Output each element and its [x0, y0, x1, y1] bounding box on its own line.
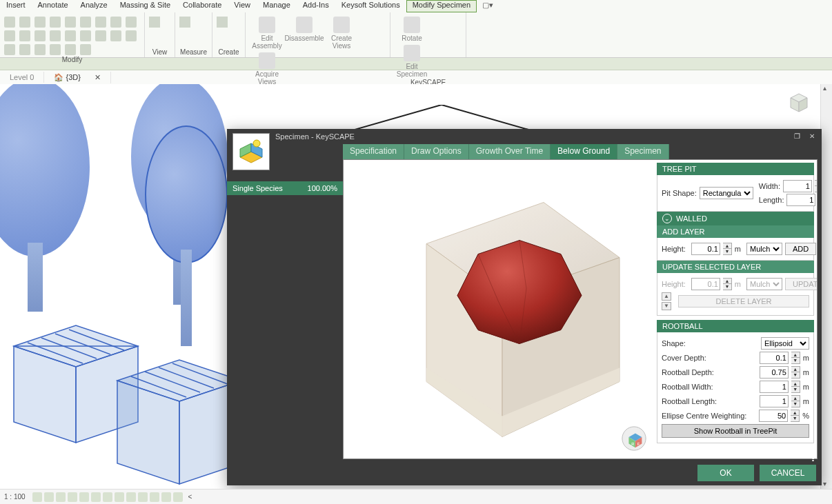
ribbon-create-views[interactable]: CreateViews [324, 17, 359, 50]
menu-annotate[interactable]: Annotate [32, 0, 75, 12]
addlayer-material-select[interactable]: Mulch [746, 243, 782, 255]
ribbon-tool-icon[interactable] [80, 30, 91, 41]
window-close-icon[interactable]: ✕ [806, 132, 818, 141]
close-icon[interactable]: ✕ [95, 73, 101, 81]
ribbon-tool-icon[interactable] [95, 30, 106, 41]
rb-depth-input[interactable] [760, 366, 789, 379]
ribbon-tool-icon[interactable] [65, 17, 76, 28]
walled-section[interactable]: ⌄ WALLED [657, 212, 814, 225]
rb-length-input[interactable] [760, 395, 789, 407]
ribbon-tool-icon[interactable] [50, 17, 61, 28]
cancel-button[interactable]: CANCEL [760, 465, 816, 481]
ok-button[interactable]: OK [697, 465, 754, 481]
updlayer-height-input[interactable] [691, 278, 720, 290]
dlg-tab-specimen[interactable]: Specimen [617, 144, 668, 159]
doctab-level0[interactable]: Level 0 [0, 72, 44, 83]
ribbon-group-measure: Measure [179, 48, 208, 57]
menu-insert[interactable]: Insert [0, 0, 32, 12]
viewcube-icon[interactable] [784, 88, 811, 116]
rb-cover-spin[interactable]: ▲▼ [791, 352, 800, 364]
dialog-titlebar[interactable]: Specimen - KeySCAPE ❐ ✕ [227, 129, 822, 144]
ribbon-tool-icon[interactable] [19, 30, 30, 41]
ribbon-tool-icon[interactable] [4, 17, 15, 28]
rb-length-spin[interactable]: ▲▼ [791, 395, 800, 407]
species-bar[interactable]: Single Species 100.00% [227, 181, 343, 195]
pit-length-input[interactable] [786, 194, 815, 206]
dialog-tabs: SpecificationDraw OptionsGrowth Over Tim… [343, 144, 669, 159]
rb-weight-input[interactable] [759, 410, 788, 422]
menu-view[interactable]: View [228, 0, 257, 12]
help-icon[interactable]: ? [810, 452, 816, 463]
updlayer-height-spin[interactable]: ▲▼ [723, 278, 732, 290]
ribbon-edit-specimen[interactable]: EditSpecimen [395, 45, 429, 78]
menu-modify-specimen[interactable]: Modify Specimen [406, 0, 477, 12]
updlayer-material-select[interactable]: Mulch [746, 278, 782, 290]
rootball-preview[interactable]: R F [344, 160, 654, 458]
ribbon-tool-icon[interactable] [110, 17, 121, 28]
menu-keysoft-solutions[interactable]: Keysoft Solutions [335, 0, 406, 12]
status-bar: 1 : 100 < [0, 489, 832, 504]
addlayer-button[interactable]: ADD [785, 243, 816, 255]
window-restore-icon[interactable]: ❐ [791, 132, 802, 141]
addlayer-height-label: Height: [662, 245, 686, 253]
rb-shape-select[interactable]: Ellipsoid [761, 337, 809, 350]
ribbon-tool-icon[interactable] [34, 30, 46, 41]
ribbon-tool-icon[interactable] [19, 44, 30, 55]
ribbon-tool-icon[interactable] [4, 44, 15, 55]
ribbon-acquire-views[interactable]: AcquireViews [250, 52, 284, 85]
rb-depth-spin[interactable]: ▲▼ [791, 366, 800, 379]
ribbon-tool-icon[interactable] [34, 44, 46, 55]
addlayer-height-spin[interactable]: ▲▼ [723, 243, 732, 255]
svg-text:F: F [637, 442, 640, 446]
ribbon-tool-icon[interactable] [65, 44, 76, 55]
pitshape-label: Pit Shape: [662, 189, 697, 197]
navcube-icon[interactable]: R F [621, 425, 647, 452]
dlg-tab-specification[interactable]: Specification [343, 144, 404, 159]
show-rootball-button[interactable]: Show Rootball in TreePit [662, 424, 809, 438]
updatelayer-button[interactable]: UPDATE [785, 278, 817, 290]
dlg-tab-growth-over-time[interactable]: Growth Over Time [469, 144, 551, 159]
pit-width-spin[interactable]: ▲▼ [815, 180, 817, 192]
scrollbar-vertical[interactable] [820, 84, 832, 489]
ribbon-tool-icon[interactable] [50, 44, 61, 55]
status-scale[interactable]: 1 : 100 [4, 493, 26, 501]
ribbon-modify-grid[interactable] [4, 17, 137, 55]
ribbon-tool-icon[interactable] [34, 17, 46, 28]
ribbon-edit-assembly[interactable]: EditAssembly [250, 17, 284, 50]
ribbon-tool-icon[interactable] [80, 44, 91, 55]
menu-collaborate[interactable]: Collaborate [177, 0, 228, 12]
ribbon-tool-icon[interactable] [126, 30, 137, 41]
pit-width-input[interactable] [783, 180, 812, 192]
species-name: Single Species [232, 184, 283, 192]
chevron-down-icon: ⌄ [662, 214, 672, 223]
ribbon-tool-icon[interactable] [95, 17, 106, 28]
addlayer-height-input[interactable] [691, 243, 720, 255]
menu-add-ins[interactable]: Add-Ins [297, 0, 335, 12]
rb-width-spin[interactable]: ▲▼ [791, 381, 800, 393]
status-icons[interactable] [32, 492, 183, 502]
ribbon-tool-icon[interactable] [126, 17, 137, 28]
dlg-tab-draw-options[interactable]: Draw Options [404, 144, 469, 159]
ribbon-tool-icon[interactable] [80, 17, 91, 28]
ribbon-tool-icon[interactable] [4, 30, 15, 41]
ribbon-rotate[interactable]: Rotate [395, 17, 429, 42]
species-pct: 100.00% [308, 184, 337, 192]
ribbon-tool-icon[interactable] [50, 30, 61, 41]
ribbon-tool-icon[interactable] [65, 30, 76, 41]
menu-overflow-icon[interactable]: ▢▾ [477, 0, 499, 12]
ribbon-tool-icon[interactable] [110, 30, 121, 41]
menu-analyze[interactable]: Analyze [75, 0, 114, 12]
deletelayer-button[interactable]: DELETE LAYER [678, 295, 809, 308]
rb-width-input[interactable] [760, 381, 789, 393]
pitshape-select[interactable]: Rectangular [700, 187, 753, 199]
layer-reorder[interactable]: ▲▼ [662, 292, 671, 310]
menu-massing-site[interactable]: Massing & Site [114, 0, 177, 12]
rb-weight-spin[interactable]: ▲▼ [791, 410, 800, 422]
ribbon-disassemble[interactable]: Disassemble [287, 17, 321, 42]
doctab-3d[interactable]: 🏠 {3D}✕ [44, 72, 110, 83]
rb-cover-input[interactable] [760, 352, 789, 364]
dialog-title: Specimen - KeySCAPE [275, 132, 355, 141]
menu-manage[interactable]: Manage [257, 0, 297, 12]
dlg-tab-below-ground[interactable]: Below Ground [551, 144, 617, 159]
ribbon-tool-icon[interactable] [19, 17, 30, 28]
